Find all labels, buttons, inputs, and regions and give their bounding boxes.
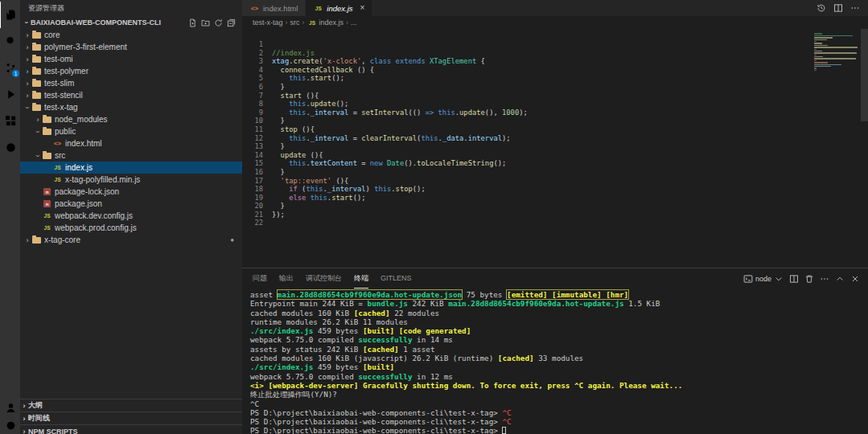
panel-actions: node <box>743 274 860 284</box>
collapse-all-icon[interactable] <box>227 18 236 27</box>
code-line[interactable]: 11 stop (){ <box>242 125 868 134</box>
tree-item-label: package.json <box>55 199 102 208</box>
trash-icon[interactable] <box>804 274 814 284</box>
line-number: 9 <box>242 108 263 117</box>
close-icon[interactable] <box>850 274 860 284</box>
tree-item-test-omi[interactable]: ›test-omi <box>20 53 242 65</box>
code-line[interactable]: 3xtag.create('x-clock', class extends XT… <box>242 57 868 66</box>
breadcrumb-item[interactable]: JSindex.js <box>307 18 344 27</box>
code-line[interactable]: 8 this.update(); <box>242 100 868 108</box>
refresh-icon[interactable] <box>214 18 223 27</box>
chevron-up-icon[interactable] <box>835 274 845 284</box>
tree-item-index.js[interactable]: ›JSindex.js <box>20 162 242 174</box>
settings-icon[interactable] <box>0 416 20 434</box>
panel-tab-debug-console[interactable]: 调试控制台 <box>306 268 342 289</box>
tree-item-package.json[interactable]: ›npackage.json <box>20 198 242 210</box>
tree-item-test-polymer[interactable]: ›test-polymer <box>20 65 242 77</box>
code-line[interactable]: 19 else this.start(); <box>242 194 868 203</box>
tree-item-src[interactable]: ›src <box>20 149 242 162</box>
terminal-shell-select[interactable]: node <box>743 274 784 284</box>
code-line[interactable]: 18 if (this._interval) this.stop(); <box>242 185 868 194</box>
code-line[interactable]: 1 <box>242 40 868 49</box>
tree-item-polymer-3-first-element[interactable]: ›polymer-3-first-element <box>20 41 242 53</box>
tree-item-index.html[interactable]: ›<>index.html <box>20 137 242 149</box>
project-root-folder[interactable]: › BAIXIAOBAI-WEB-COMPONENTS-CLI <box>20 16 242 29</box>
code-editor[interactable]: 12//index.js3xtag.create('x-clock', clas… <box>242 29 868 268</box>
chevron-right-icon[interactable]: › <box>23 68 31 76</box>
panel-tab-terminal[interactable]: 终端 <box>354 268 368 289</box>
section-npm-scripts[interactable]: ›NPM SCRIPTS <box>20 424 242 434</box>
chevron-down-icon[interactable]: › <box>34 128 42 136</box>
tree-item-node-modules[interactable]: ›node_modules <box>20 113 242 125</box>
breadcrumb-item[interactable]: src <box>290 18 300 27</box>
split-terminal-icon[interactable] <box>789 274 799 284</box>
tree-item-test-x-tag[interactable]: ›test-x-tag <box>20 101 242 113</box>
breadcrumb-item[interactable]: test-x-tag <box>253 18 283 27</box>
code-line[interactable]: 22 <box>242 219 868 227</box>
code-line[interactable]: 14 update (){ <box>242 151 868 160</box>
tree-item-package-lock.json[interactable]: ›npackage-lock.json <box>20 186 242 198</box>
account-icon[interactable] <box>0 399 20 416</box>
split-editor-icon[interactable] <box>833 3 843 13</box>
run-debug-icon[interactable] <box>0 81 20 108</box>
tab-index-html[interactable]: <>index.html <box>242 0 306 16</box>
more-icon[interactable] <box>820 274 829 284</box>
tree-item-core[interactable]: ›core <box>20 29 242 41</box>
panel-tab-gitlens[interactable]: GITLENS <box>381 268 412 289</box>
code-line[interactable]: 4 connectedCallback () { <box>242 66 868 75</box>
tree-item-public[interactable]: ›public <box>20 125 242 137</box>
code-line[interactable]: 2//index.js <box>242 49 868 58</box>
tab-index-js[interactable]: JSindex.js× <box>306 0 372 16</box>
tree-item-label: webpack.dev.config.js <box>55 211 133 220</box>
terminal-output[interactable]: asset main.28d8d8654cb9f960e9da.hot-upda… <box>242 289 868 434</box>
source-control-icon[interactable]: 1 <box>0 55 20 81</box>
tree-item-webpack.prod.config.js[interactable]: ›JSwebpack.prod.config.js <box>20 222 242 234</box>
chevron-down-icon[interactable]: › <box>34 152 42 160</box>
breadcrumb-item[interactable]: ... <box>351 18 357 27</box>
section-outline[interactable]: ›大纲 <box>20 399 242 411</box>
more-icon[interactable] <box>850 3 860 13</box>
code-line[interactable]: 6 } <box>242 83 868 92</box>
tree-item-label: public <box>55 127 76 136</box>
section-timeline[interactable]: ›时间线 <box>20 411 242 424</box>
code-line[interactable]: 9 this._interval = setInterval(() => thi… <box>242 108 868 117</box>
chevron-right-icon[interactable]: › <box>23 236 31 244</box>
tree-item-test-stencil[interactable]: ›test-stencil <box>20 89 242 101</box>
chevron-right-icon[interactable]: › <box>23 80 31 88</box>
chevron-right-icon[interactable]: › <box>23 43 31 51</box>
chevron-right-icon[interactable]: › <box>23 92 31 100</box>
code-line[interactable]: 20 } <box>242 202 868 211</box>
code-line[interactable]: 13 } <box>242 142 868 151</box>
history-icon[interactable] <box>817 3 826 13</box>
code-line[interactable]: 21}); <box>242 211 868 219</box>
chevron-right-icon[interactable]: › <box>23 55 31 63</box>
explorer-icon[interactable] <box>0 2 20 28</box>
tree-item-x-tag-polyfilled.min.js[interactable]: ›JSx-tag-polyfilled.min.js <box>20 174 242 186</box>
panel-tab-output[interactable]: 输出 <box>279 268 294 289</box>
chevron-down-icon[interactable]: › <box>23 104 31 112</box>
editor-scrollbar[interactable] <box>861 29 868 268</box>
code-line[interactable]: 5 this.start(); <box>242 74 868 83</box>
search-icon[interactable] <box>0 28 20 55</box>
code-line[interactable]: 15 this.textContent = new Date().toLocal… <box>242 159 868 168</box>
panel-tab-problems[interactable]: 问题 <box>253 268 267 289</box>
clock-icon[interactable] <box>0 134 20 161</box>
chevron-right-icon[interactable]: › <box>34 116 42 124</box>
new-file-icon[interactable] <box>188 18 197 27</box>
code-line[interactable]: 12 this._interval = clearInterval(this._… <box>242 134 868 143</box>
chevron-right-icon[interactable]: › <box>23 31 31 39</box>
tree-item-test-slim[interactable]: ›test-slim <box>20 77 242 89</box>
code-line[interactable]: 7 start (){ <box>242 92 868 100</box>
chevron-down-icon: › <box>23 18 31 27</box>
tree-item-x-tag-core[interactable]: ›x-tag-core● <box>20 234 242 246</box>
extensions-icon[interactable] <box>0 108 20 134</box>
new-folder-icon[interactable] <box>201 18 210 27</box>
close-icon[interactable]: × <box>360 4 365 12</box>
tree-item-label: src <box>55 151 65 160</box>
minimap[interactable] <box>812 31 859 74</box>
tree-item-webpack.dev.config.js[interactable]: ›JSwebpack.dev.config.js <box>20 210 242 222</box>
code-line[interactable]: 17 'tap::event' (){ <box>242 177 868 186</box>
code-line[interactable]: 10 } <box>242 117 868 125</box>
line-number: 1 <box>242 40 263 49</box>
code-line[interactable]: 16 } <box>242 168 868 177</box>
